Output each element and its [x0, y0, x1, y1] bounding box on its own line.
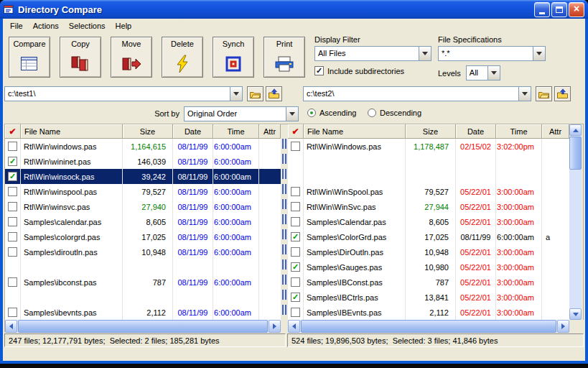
check-column-header[interactable]: ✔ — [5, 124, 21, 139]
row-checkbox[interactable]: ✓ — [8, 157, 17, 166]
delete-button[interactable]: Delete — [162, 37, 203, 78]
row-checkbox[interactable]: ✓ — [291, 232, 300, 242]
column-header-size[interactable]: Size — [123, 124, 173, 139]
synch-button[interactable]: Synch — [213, 37, 254, 78]
chevron-down-icon[interactable] — [487, 66, 500, 80]
file-row[interactable]: Rtl\Win\winspool.pas79,52708/11/996:00:0… — [5, 184, 281, 199]
file-row[interactable]: ✓Samples\ColorGrd.pas17,02508/11/996:00:… — [288, 229, 569, 244]
scroll-down-button[interactable] — [569, 308, 582, 320]
row-checkbox[interactable] — [8, 277, 17, 287]
column-header-attr[interactable]: Attr — [542, 124, 569, 139]
include-subdirectories-checkbox[interactable]: ✓ — [314, 66, 324, 75]
cell-date — [173, 290, 213, 305]
chevron-down-icon[interactable] — [419, 47, 431, 60]
folder-up-icon — [556, 88, 569, 99]
check-column-header[interactable]: ✔ — [288, 124, 304, 139]
path-right-combobox[interactable]: c:\test2\ — [303, 86, 531, 101]
row-checkbox[interactable] — [291, 217, 300, 226]
parent-folder-right-button[interactable] — [554, 86, 571, 101]
file-row[interactable]: Samples\ibconst.pas78708/11/996:00:00am — [5, 275, 281, 290]
print-button[interactable]: Print — [263, 37, 305, 78]
column-header-time[interactable]: Time — [213, 124, 259, 139]
chevron-down-icon[interactable] — [533, 47, 545, 60]
column-header-date[interactable]: Date — [173, 124, 213, 139]
file-row[interactable]: ✓Samples\Gauges.pas10,98005/22/013:00:00… — [288, 259, 569, 275]
browse-folder-right-button[interactable] — [536, 86, 552, 101]
scroll-right-button[interactable] — [557, 320, 569, 333]
row-checkbox[interactable]: ✓ — [291, 262, 300, 272]
cell-size: 2,112 — [406, 305, 456, 320]
move-button[interactable]: Move — [111, 37, 152, 78]
file-row[interactable]: Samples\IBConst.pas78705/22/013:00:00am — [288, 275, 569, 290]
compare-button[interactable]: Compare — [9, 37, 50, 78]
row-checkbox[interactable] — [8, 187, 17, 196]
scroll-right-button[interactable] — [269, 320, 281, 333]
cell-time: 3:00:00am — [496, 259, 542, 275]
row-checkbox[interactable]: ✓ — [8, 172, 17, 181]
close-button[interactable]: × — [569, 2, 584, 17]
menu-help[interactable]: Help — [111, 20, 137, 32]
row-checkbox[interactable] — [291, 277, 300, 287]
chevron-down-icon[interactable] — [518, 87, 531, 101]
file-specifications-label: File Specifications — [438, 35, 546, 44]
chevron-down-icon[interactable] — [230, 87, 242, 101]
cell-checkbox — [288, 305, 304, 320]
descending-radio[interactable]: Descending — [368, 109, 421, 117]
path-left-combobox[interactable]: c:\test1\ — [4, 86, 243, 101]
chevron-down-icon[interactable] — [286, 107, 298, 121]
column-header-time[interactable]: Time — [496, 124, 542, 139]
file-row[interactable]: Samples\calendar.pas8,60508/11/996:00:00… — [5, 214, 281, 229]
file-row[interactable]: ✓Rtl\Win\winsock.pas39,24208/11/996:00:0… — [5, 169, 281, 184]
row-checkbox[interactable] — [8, 308, 17, 317]
column-header-size[interactable]: Size — [406, 124, 456, 139]
titlebar[interactable]: Directory Compare × — [0, 0, 588, 19]
file-spec-select[interactable]: *.* — [438, 46, 546, 61]
scroll-up-button[interactable] — [569, 124, 582, 136]
row-checkbox[interactable] — [8, 232, 17, 242]
menu-selections[interactable]: Selections — [64, 20, 111, 32]
horizontal-scrollbar-thumb[interactable] — [301, 320, 556, 333]
ascending-radio[interactable]: Ascending — [307, 109, 356, 117]
levels-select[interactable]: All — [466, 65, 500, 80]
file-row[interactable]: ✓Rtl\Win\wininet.pas146,03908/11/996:00:… — [5, 154, 281, 169]
file-row[interactable]: Rtl\Win\WinSvc.pas27,94405/22/013:00:00a… — [288, 199, 569, 214]
row-checkbox[interactable] — [291, 202, 300, 211]
column-header-file-name[interactable]: File Name — [304, 124, 406, 139]
file-row[interactable]: Samples\DirOutln.pas10,94805/22/013:00:0… — [288, 244, 569, 259]
row-checkbox[interactable] — [291, 142, 300, 151]
menu-actions[interactable]: Actions — [28, 20, 64, 32]
row-checkbox[interactable] — [291, 308, 300, 317]
row-checkbox[interactable] — [8, 217, 17, 226]
file-row[interactable]: Samples\colorgrd.pas17,02508/11/996:00:0… — [5, 229, 281, 244]
row-checkbox[interactable] — [8, 202, 17, 211]
column-header-file-name[interactable]: File Name — [21, 124, 123, 139]
file-row[interactable]: Samples\ibevnts.pas2,11208/11/996:00:00a… — [5, 305, 281, 320]
file-row[interactable]: Rtl\Win\winsvc.pas27,94008/11/996:00:00a… — [5, 199, 281, 214]
column-header-attr[interactable]: Attr — [259, 124, 281, 139]
file-row[interactable]: Rtl\Win\WinSpool.pas79,52705/22/013:00:0… — [288, 184, 569, 199]
file-row[interactable]: Rtl\Win\Windows.pas1,178,48702/15/023:02… — [288, 139, 569, 154]
column-header-date[interactable]: Date — [456, 124, 496, 139]
row-checkbox[interactable]: ✓ — [291, 293, 300, 302]
copy-button[interactable]: Copy — [60, 37, 101, 78]
minimize-button[interactable] — [534, 2, 550, 17]
file-row[interactable]: Samples\IBEvnts.pas2,11205/22/013:00:00a… — [288, 305, 569, 320]
vertical-scrollbar-thumb[interactable] — [569, 137, 582, 170]
file-row[interactable]: ✓Samples\IBCtrls.pas13,84105/22/013:00:0… — [288, 290, 569, 305]
row-checkbox[interactable] — [8, 247, 17, 257]
scroll-left-button[interactable] — [288, 320, 300, 333]
row-checkbox[interactable] — [8, 142, 17, 151]
file-row[interactable]: Rtl\Win\windows.pas1,164,61508/11/996:00… — [5, 139, 281, 154]
horizontal-scrollbar-thumb[interactable] — [18, 320, 268, 333]
display-filter-select[interactable]: All Files — [314, 46, 431, 61]
row-checkbox[interactable] — [291, 187, 300, 196]
maximize-button[interactable] — [551, 2, 567, 17]
scroll-left-button[interactable] — [5, 320, 17, 333]
file-row[interactable]: Samples\diroutln.pas10,94808/11/996:00:0… — [5, 244, 281, 259]
parent-folder-left-button[interactable] — [266, 86, 282, 101]
menu-file[interactable]: File — [5, 20, 28, 32]
row-checkbox[interactable] — [291, 247, 300, 257]
sort-order-select[interactable]: Original Order — [184, 106, 299, 121]
file-row[interactable]: Samples\Calendar.pas8,60505/22/013:00:00… — [288, 214, 569, 229]
browse-folder-left-button[interactable] — [247, 86, 263, 101]
